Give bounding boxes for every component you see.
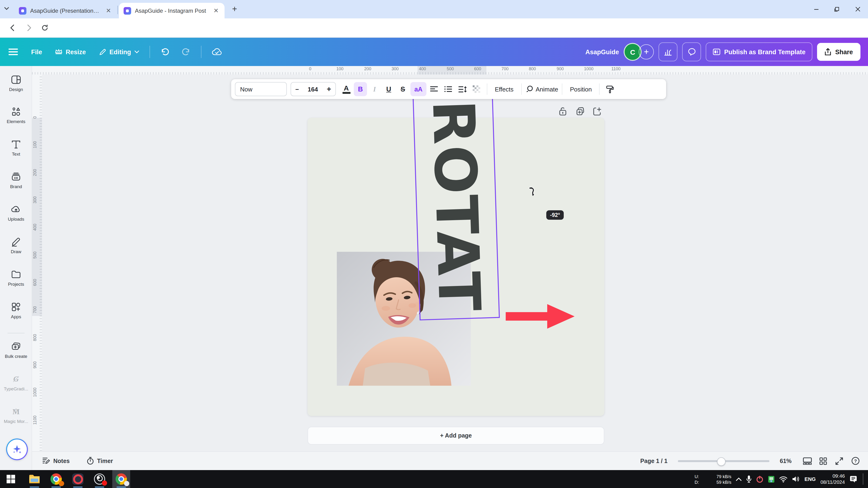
sidebar-item-draw[interactable]: Draw bbox=[0, 237, 32, 254]
add-member-button[interactable]: + bbox=[639, 44, 654, 59]
sidebar-item-uploads[interactable]: Uploads bbox=[0, 204, 32, 222]
notes-button[interactable]: Notes bbox=[42, 457, 69, 464]
insights-button[interactable] bbox=[658, 42, 677, 61]
sidebar-item-brand[interactable]: co Brand bbox=[0, 172, 32, 189]
comments-button[interactable] bbox=[682, 42, 701, 61]
canva-assistant-button[interactable] bbox=[6, 438, 28, 460]
list-button[interactable] bbox=[441, 82, 455, 96]
wifi-icon[interactable] bbox=[780, 476, 787, 482]
microphone-icon[interactable] bbox=[747, 475, 752, 483]
browser-tab-1[interactable]: AsapGuide (Presentation) - Pres ✕ bbox=[14, 3, 117, 19]
back-icon[interactable] bbox=[6, 21, 20, 35]
taskbar-file-explorer[interactable] bbox=[26, 470, 43, 488]
show-desktop-divider[interactable] bbox=[863, 474, 863, 485]
text-case-button[interactable]: aA bbox=[410, 82, 427, 96]
new-tab-button[interactable]: + bbox=[232, 4, 237, 14]
animate-button[interactable]: Animate bbox=[525, 85, 558, 93]
language-indicator[interactable]: ENG bbox=[805, 476, 816, 482]
copy-style-button[interactable] bbox=[603, 82, 617, 96]
window-controls bbox=[806, 0, 868, 19]
tray-expand-chevron-icon[interactable] bbox=[736, 477, 742, 481]
start-button[interactable] bbox=[2, 470, 20, 488]
sidebar-item-apps[interactable]: Apps bbox=[0, 302, 32, 319]
underline-button[interactable]: U bbox=[382, 82, 395, 96]
share-button[interactable]: Share bbox=[817, 43, 861, 61]
strikethrough-button[interactable]: S bbox=[396, 82, 409, 96]
taskbar-app-red-ring[interactable] bbox=[69, 470, 87, 488]
grid-view-icon bbox=[819, 457, 827, 465]
spacing-button[interactable] bbox=[456, 82, 469, 96]
presenter-view-icon bbox=[803, 457, 812, 465]
fullscreen-icon bbox=[835, 457, 843, 465]
zoom-level[interactable]: 61% bbox=[780, 458, 792, 464]
tab-search-chevron-icon[interactable] bbox=[4, 6, 9, 11]
undo-button[interactable] bbox=[160, 48, 169, 56]
presenter-view-button[interactable] bbox=[799, 457, 815, 465]
taskbar-chrome-1[interactable] bbox=[47, 470, 65, 488]
italic-button[interactable]: I bbox=[368, 82, 381, 96]
file-menu-button[interactable]: File bbox=[31, 48, 42, 55]
sidebar-item-bulk-create[interactable]: Bulk create bbox=[0, 341, 32, 359]
reload-icon[interactable] bbox=[38, 21, 52, 35]
forward-icon[interactable] bbox=[22, 21, 36, 35]
recording-dot-badge bbox=[102, 481, 107, 486]
help-icon: ? bbox=[851, 457, 859, 465]
fullscreen-button[interactable] bbox=[831, 457, 847, 465]
font-family-selector[interactable]: Now bbox=[235, 82, 287, 96]
browser-tab-2-active[interactable]: AsapGuide - Instagram Post ✕ bbox=[119, 3, 224, 19]
green-app-tray-icon[interactable] bbox=[768, 476, 775, 483]
lock-button[interactable] bbox=[559, 106, 567, 116]
maximize-button[interactable] bbox=[827, 0, 847, 19]
taskbar-obs[interactable] bbox=[91, 470, 108, 488]
sparkle-icon bbox=[12, 444, 22, 455]
timer-button[interactable]: Timer bbox=[87, 457, 113, 465]
apps-icon bbox=[0, 302, 32, 312]
notifications-icon[interactable] bbox=[849, 475, 857, 483]
publish-brand-template-button[interactable]: Publish as Brand Template bbox=[706, 42, 813, 61]
alignment-button[interactable] bbox=[427, 82, 441, 96]
add-page-icon-button[interactable] bbox=[592, 106, 602, 116]
zoom-slider-thumb[interactable] bbox=[717, 457, 725, 465]
tab-close-icon[interactable]: ✕ bbox=[212, 7, 220, 14]
home-menu-button[interactable] bbox=[8, 48, 18, 56]
duplicate-page-button[interactable] bbox=[576, 106, 585, 116]
system-tray: U:79 kB/s D:59 kB/s ENG 09:46 08/11/2024 bbox=[695, 473, 868, 485]
tray-time: 09:46 bbox=[832, 473, 845, 479]
account-cluster[interactable]: C + bbox=[624, 43, 654, 61]
rotated-text-element[interactable]: ROTAT bbox=[412, 91, 500, 320]
sidebar-item-projects[interactable]: Projects bbox=[0, 269, 32, 287]
tab-close-icon[interactable]: ✕ bbox=[105, 7, 112, 14]
transparency-icon bbox=[473, 85, 480, 93]
projects-icon bbox=[0, 269, 32, 280]
zoom-slider[interactable] bbox=[678, 460, 769, 462]
redo-button[interactable] bbox=[182, 48, 191, 56]
bold-button[interactable]: B bbox=[354, 82, 367, 96]
volume-icon[interactable] bbox=[792, 476, 800, 482]
resize-button[interactable]: Resize bbox=[55, 48, 86, 55]
help-button[interactable]: ? bbox=[847, 457, 863, 465]
red-arrow-element[interactable] bbox=[506, 304, 575, 329]
add-page-button[interactable]: + Add page bbox=[308, 427, 604, 445]
effects-button[interactable]: Effects bbox=[491, 86, 517, 93]
sidebar-item-magic-morph[interactable]: M Magic Mor... bbox=[0, 406, 32, 424]
font-size-value[interactable]: 164 bbox=[308, 86, 318, 93]
sidebar-item-elements[interactable]: Elements bbox=[0, 106, 32, 124]
font-size-increase[interactable]: + bbox=[327, 85, 331, 93]
power-tray-icon[interactable] bbox=[756, 476, 764, 483]
grid-view-button[interactable] bbox=[815, 457, 831, 465]
text-color-swatch bbox=[342, 92, 350, 94]
sidebar-item-design[interactable]: Design bbox=[0, 74, 32, 92]
sidebar-item-text[interactable]: Text bbox=[0, 139, 32, 157]
minimize-button[interactable] bbox=[806, 0, 827, 19]
sidebar-item-typegradient[interactable]: G TypeGradi... bbox=[0, 374, 32, 391]
text-color-button[interactable]: A bbox=[340, 82, 353, 96]
template-icon bbox=[713, 48, 720, 55]
position-button[interactable]: Position bbox=[566, 86, 596, 93]
header-divider bbox=[201, 46, 202, 58]
transparency-button[interactable] bbox=[470, 82, 483, 96]
font-size-decrease[interactable]: − bbox=[295, 86, 299, 93]
editing-mode-dropdown[interactable]: Editing bbox=[99, 48, 139, 55]
close-window-button[interactable] bbox=[847, 0, 868, 19]
clock[interactable]: 09:46 08/11/2024 bbox=[820, 473, 845, 485]
taskbar-chrome-active[interactable] bbox=[112, 470, 130, 488]
